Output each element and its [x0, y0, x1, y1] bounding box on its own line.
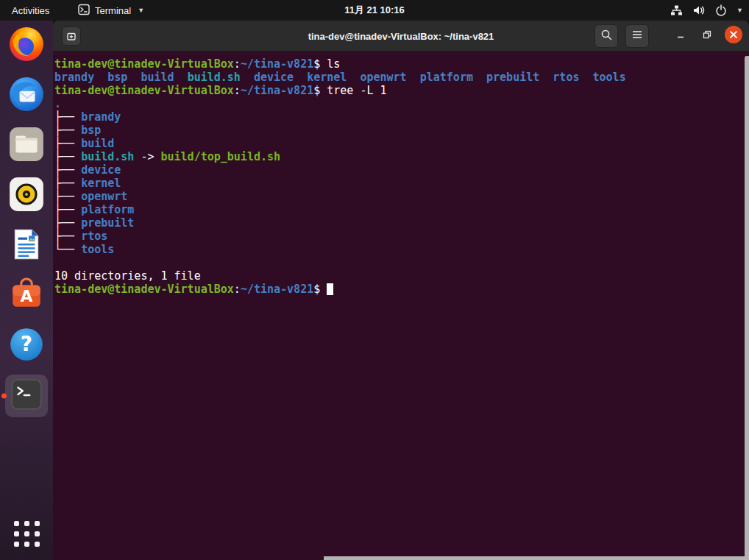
terminal-app-icon [78, 4, 90, 18]
terminal-icon [8, 376, 45, 416]
terminal-line: ├── build [54, 137, 749, 150]
terminal-line: ├── build.sh -> build/top_build.sh [54, 150, 749, 163]
terminal-line: ├── brandy [54, 110, 749, 124]
terminal-content-area[interactable]: tina-dev@tinadev-VirtualBox:~/tina-v821$… [53, 52, 749, 560]
terminal-line: ├── kernel [54, 177, 749, 190]
terminal-line: tina-dev@tinadev-VirtualBox:~/tina-v821$… [54, 84, 749, 97]
app-grid-icon [14, 521, 40, 547]
dock-item-thunderbird[interactable] [0, 71, 53, 121]
window-titlebar[interactable]: tina-dev@tinadev-VirtualBox: ~/tina-v821 [53, 21, 749, 52]
terminal-line: └── tools [54, 243, 749, 256]
terminal-window: tina-dev@tinadev-VirtualBox: ~/tina-v821 [53, 21, 749, 560]
libreoffice-writer-icon [8, 226, 45, 266]
minimize-button[interactable] [671, 26, 690, 46]
chevron-down-icon: ▼ [736, 7, 743, 14]
restore-icon [702, 29, 712, 43]
network-wired-icon [670, 4, 683, 16]
running-indicator-dot [1, 394, 7, 399]
terminal-line: ├── prebuilt [54, 216, 749, 230]
rhythmbox-icon [8, 176, 45, 216]
terminal-cursor [327, 283, 333, 295]
activities-button[interactable]: Activities [0, 0, 61, 21]
ubuntu-software-icon: A [8, 276, 45, 316]
search-button[interactable] [594, 24, 618, 48]
scrollbar[interactable] [745, 56, 749, 556]
dock-item-help[interactable]: ? [0, 321, 53, 371]
dock-item-files[interactable] [0, 121, 53, 171]
terminal-line: brandy bsp build build.sh device kernel … [54, 71, 749, 84]
help-icon: ? [8, 326, 45, 366]
volume-icon [692, 4, 706, 16]
terminal-line: ├── bsp [54, 124, 749, 137]
window-menu-button[interactable] [625, 24, 649, 48]
files-icon [8, 126, 45, 166]
close-icon [724, 25, 743, 47]
dock-item-rhythmbox[interactable] [0, 171, 53, 221]
system-status-area[interactable]: ▼ [670, 0, 743, 21]
terminal-line: . [54, 97, 749, 110]
dock-item-terminal[interactable] [0, 371, 53, 421]
terminal-line: ├── rtos [54, 230, 749, 243]
top-bar: Activities Terminal ▼ 11月 21 10:16 [0, 0, 749, 21]
dock-item-ubuntu-software[interactable]: A [0, 271, 53, 321]
activities-label: Activities [12, 5, 49, 16]
terminal-line: tina-dev@tinadev-VirtualBox:~/tina-v821$… [54, 57, 749, 71]
terminal-line: 10 directories, 1 file [54, 269, 749, 283]
firefox-icon [8, 26, 45, 65]
close-button[interactable] [724, 26, 743, 46]
dock-item-libreoffice-writer[interactable] [0, 221, 53, 271]
dock: A ? [0, 21, 53, 560]
terminal-line: ├── openwrt [54, 190, 749, 203]
search-icon [600, 29, 613, 44]
window-title: tina-dev@tinadev-VirtualBox: ~/tina-v821 [308, 21, 494, 52]
terminal-line: ├── device [54, 163, 749, 177]
terminal-line [54, 256, 749, 269]
restore-button[interactable] [697, 26, 717, 46]
app-menu-label: Terminal [95, 5, 131, 16]
clock[interactable]: 11月 21 10:16 [344, 0, 405, 21]
terminal-line: ├── platform [54, 203, 749, 216]
thunderbird-icon [8, 76, 45, 116]
app-menu-terminal[interactable]: Terminal ▼ [78, 0, 144, 21]
terminal-output: tina-dev@tinadev-VirtualBox:~/tina-v821$… [54, 57, 749, 296]
dock-item-show-applications[interactable] [0, 507, 53, 560]
power-icon [715, 4, 727, 16]
new-tab-button[interactable] [62, 26, 81, 46]
minimize-icon [675, 29, 686, 43]
hamburger-menu-icon [631, 29, 643, 43]
app-menu-caret-icon: ▼ [138, 7, 144, 14]
window-bottom-edge [324, 556, 749, 560]
dock-item-firefox[interactable] [0, 21, 53, 71]
terminal-line: tina-dev@tinadev-VirtualBox:~/tina-v821$ [54, 283, 749, 296]
svg-text:A: A [21, 287, 33, 305]
svg-text:?: ? [21, 332, 32, 356]
